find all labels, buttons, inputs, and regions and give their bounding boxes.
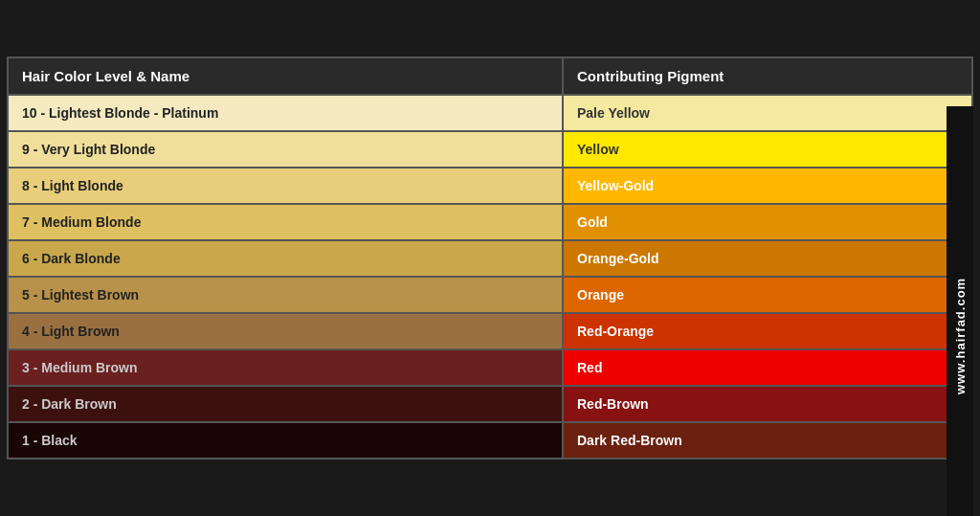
level-cell: 3 - Medium Brown (9, 350, 564, 385)
pigment-cell: Dark Red-Brown (564, 423, 971, 458)
pigment-cell: Yellow-Gold (564, 168, 971, 203)
table-row: 3 - Medium BrownRed (9, 348, 971, 385)
header-level: Hair Color Level & Name (9, 58, 564, 94)
table-row: 2 - Dark BrownRed-Brown (9, 385, 971, 421)
header-pigment: Contributing Pigment (564, 58, 971, 94)
table-row: 6 - Dark BlondeOrange-Gold (9, 239, 971, 276)
watermark-text: www.hairfad.com (947, 106, 973, 516)
table-row: 7 - Medium BlondeGold (9, 203, 971, 239)
level-cell: 8 - Light Blonde (9, 168, 564, 203)
pigment-cell: Orange-Gold (564, 241, 971, 276)
table-header: Hair Color Level & Name Contributing Pig… (9, 58, 971, 94)
level-cell: 4 - Light Brown (9, 314, 564, 348)
table-row: 10 - Lightest Blonde - PlatinumPale Yell… (9, 94, 971, 130)
table-row: 5 - Lightest BrownOrange (9, 276, 971, 312)
table-body: 10 - Lightest Blonde - PlatinumPale Yell… (9, 94, 971, 458)
pigment-cell: Red-Orange (564, 314, 971, 348)
level-cell: 1 - Black (9, 423, 564, 458)
pigment-cell: Yellow (564, 132, 971, 167)
level-cell: 2 - Dark Brown (9, 387, 564, 421)
level-cell: 7 - Medium Blonde (9, 205, 564, 239)
pigment-cell: Red-Brown (564, 387, 971, 421)
level-cell: 9 - Very Light Blonde (9, 132, 564, 167)
table-row: 4 - Light BrownRed-Orange (9, 312, 971, 348)
table-row: 8 - Light BlondeYellow-Gold (9, 167, 971, 203)
table-row: 9 - Very Light BlondeYellow (9, 130, 971, 167)
pigment-cell: Pale Yellow (564, 96, 971, 130)
level-cell: 10 - Lightest Blonde - Platinum (9, 96, 564, 130)
pigment-cell: Gold (564, 205, 971, 239)
pigment-cell: Red (564, 350, 971, 385)
level-cell: 5 - Lightest Brown (9, 278, 564, 312)
level-cell: 6 - Dark Blonde (9, 241, 564, 276)
hair-color-table: Hair Color Level & Name Contributing Pig… (7, 56, 973, 460)
table-row: 1 - BlackDark Red-Brown (9, 421, 971, 458)
pigment-cell: Orange (564, 278, 971, 312)
